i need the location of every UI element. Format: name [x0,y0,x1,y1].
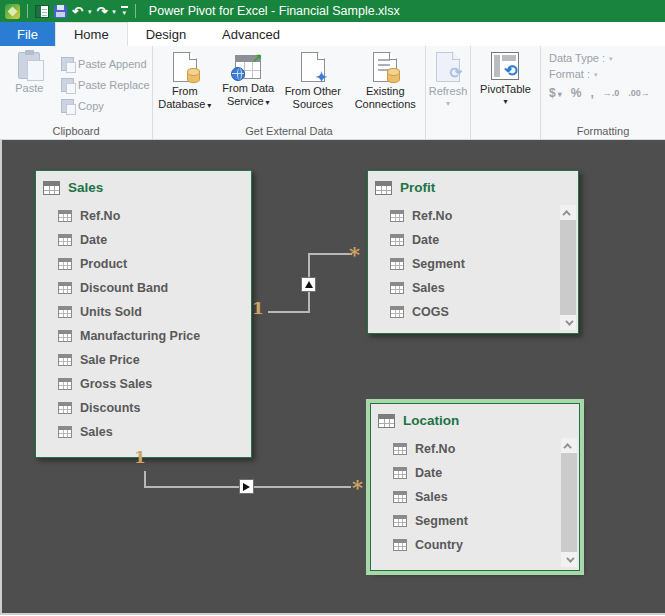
redo-dropdown-icon[interactable]: ▾ [112,8,116,15]
table-field[interactable]: Units Sold [58,300,251,324]
excel-icon[interactable] [35,5,49,18]
quick-access-dropdown-icon[interactable]: ▾ [121,6,128,16]
field-label: Ref.No [80,209,120,223]
tab-home[interactable]: Home [55,22,128,46]
relationship-direction-icon[interactable] [239,479,254,494]
formatting-group-label: Formatting [541,122,665,139]
table-field[interactable]: Discounts [58,396,251,420]
entity-header-location[interactable]: Location [371,404,579,433]
scroll-up-icon[interactable] [560,205,576,220]
refresh-button[interactable]: ⟳ Refresh ▾ [429,50,468,107]
diagram-canvas[interactable]: Sales Ref.NoDateProductDiscount BandUnit… [0,140,665,615]
cardinality-many: * [352,477,363,498]
entity-header-profit[interactable]: Profit [368,171,578,200]
currency-format-button[interactable]: $ [549,86,562,100]
table-field[interactable]: Date [58,228,251,252]
relationship-line[interactable] [308,253,352,255]
get-external-data-group-label: Get External Data [153,122,425,139]
save-icon[interactable] [54,5,67,18]
table-field[interactable]: Sales [390,276,558,300]
table-field[interactable]: Ref.No [390,204,558,228]
table-name: Profit [400,180,435,195]
scroll-up-icon[interactable] [561,438,577,453]
ribbon: Paste Paste Append Paste Replace Copy Cl… [0,46,665,140]
table-field[interactable]: Discount Band [58,276,251,300]
format-dropdown[interactable]: Format : ▾ [549,68,665,80]
table-field[interactable]: Manufacturing Price [58,324,251,348]
entity-table-profit[interactable]: Profit Ref.NoDateSegmentSalesCOGS [367,170,579,334]
ribbon-group-clipboard: Paste Paste Append Paste Replace Copy Cl… [0,46,152,139]
pivottable-dropdown-icon[interactable]: ▾ [503,99,507,105]
field-grid-icon [58,354,72,366]
decrease-decimal-button[interactable]: .00→ [628,88,650,98]
tab-design[interactable]: Design [128,22,204,46]
redo-icon[interactable]: ↷ [96,5,107,18]
table-icon [43,181,60,195]
location-scrollbar[interactable] [561,438,577,567]
from-data-service-icon: ↗ [235,55,261,79]
field-grid-icon [58,306,72,318]
table-field[interactable]: Gross Sales [58,372,251,396]
table-field[interactable]: COGS [390,300,558,324]
scroll-down-icon[interactable] [561,552,577,567]
pivottable-button[interactable]: ⟲ PivotTable ▾ [480,50,531,105]
ribbon-group-formatting: Data Type : ▾ Format : ▾ $ % , →.0 .00→ … [540,46,665,139]
entity-table-location[interactable]: Location Ref.NoDateSalesSegmentCountry [370,403,580,571]
from-data-service-button[interactable]: ↗ From Data Service [217,50,279,107]
clipboard-group-label: Clipboard [0,122,152,139]
table-field[interactable]: Ref.No [393,437,559,461]
thousands-format-button[interactable]: , [590,86,593,100]
window-title: Power Pivot for Excel - Financial Sample… [149,4,400,18]
field-grid-icon [393,491,407,503]
scrollbar-thumb[interactable] [560,220,576,315]
title-bar: ↶▾ ↷▾ ▾ Power Pivot for Excel - Financia… [0,0,665,22]
table-field[interactable]: Sales [393,485,559,509]
undo-icon[interactable]: ↶ [72,5,83,18]
table-field[interactable]: Sale Price [58,348,251,372]
relationship-line[interactable] [268,311,309,313]
field-label: Discounts [80,401,140,415]
field-grid-icon [393,539,407,551]
ribbon-group-refresh: ⟳ Refresh ▾ [425,46,470,139]
paste-replace-button[interactable]: Paste Replace [57,74,150,95]
table-field[interactable]: Segment [390,252,558,276]
profit-scrollbar[interactable] [560,205,576,330]
undo-dropdown-icon[interactable]: ▾ [88,8,92,15]
percent-format-button[interactable]: % [571,86,582,100]
scrollbar-thumb[interactable] [561,453,577,552]
from-other-sources-icon: ✦ [301,52,325,82]
field-label: Manufacturing Price [80,329,200,343]
field-grid-icon [58,282,72,294]
field-list-profit: Ref.NoDateSegmentSalesCOGS [368,200,578,330]
field-grid-icon [390,258,404,270]
tab-advanced[interactable]: Advanced [204,22,298,46]
table-field[interactable]: Country [393,533,559,557]
paste-append-button[interactable]: Paste Append [57,53,150,74]
scroll-down-icon[interactable] [560,315,576,330]
table-field[interactable]: Sales [58,420,251,444]
from-database-button[interactable]: From Database [154,50,216,110]
data-type-dropdown[interactable]: Data Type : ▾ [549,52,665,64]
ribbon-tab-bar: File Home Design Advanced [0,22,665,46]
from-other-sources-button[interactable]: ✦ From Other Sources [281,50,345,110]
table-field[interactable]: Date [390,228,558,252]
copy-button[interactable]: Copy [57,95,150,116]
paste-append-icon [61,57,74,71]
increase-decimal-button[interactable]: →.0 [603,88,620,98]
field-label: Date [80,233,107,247]
field-label: Ref.No [415,442,455,456]
field-label: Sales [415,490,448,504]
field-label: Product [80,257,127,271]
table-field[interactable]: Product [58,252,251,276]
entity-table-sales[interactable]: Sales Ref.NoDateProductDiscount BandUnit… [35,170,252,458]
entity-header-sales[interactable]: Sales [36,171,251,200]
existing-connections-button[interactable]: Existing Connections [346,50,424,110]
tab-file[interactable]: File [0,22,55,46]
table-field[interactable]: Ref.No [58,204,251,228]
table-field[interactable]: Segment [393,509,559,533]
paste-button[interactable]: Paste [6,50,52,95]
pivottable-icon: ⟲ [491,52,519,80]
refresh-dropdown-icon[interactable]: ▾ [446,101,450,107]
relationship-direction-icon[interactable] [301,277,316,292]
table-field[interactable]: Date [393,461,559,485]
